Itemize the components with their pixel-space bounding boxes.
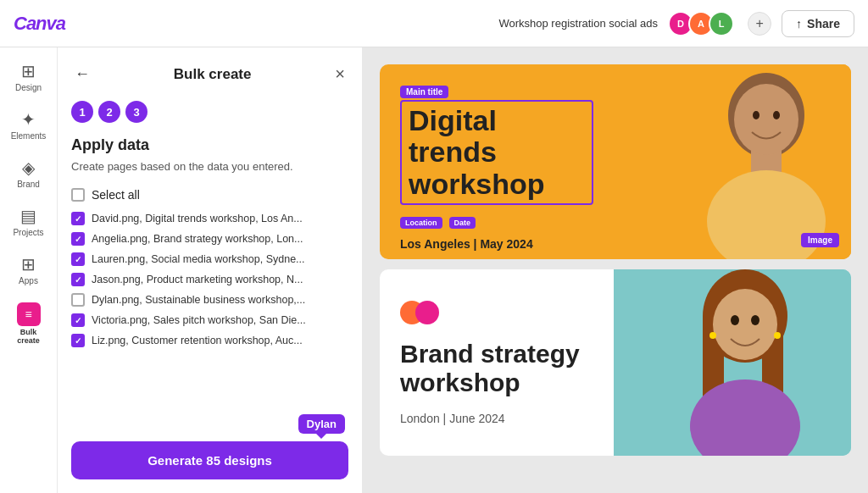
card2-content: Brand strategyworkshop London | June 202… xyxy=(380,269,614,456)
item-label-6: Liz.png, Customer retention workshop, Au… xyxy=(92,335,303,346)
dylan-tooltip: Dylan xyxy=(298,414,345,434)
list-item[interactable]: Liz.png, Customer retention workshop, Au… xyxy=(71,334,348,347)
data-list: David.png, Digital trends workshop, Los … xyxy=(71,212,348,429)
projects-icon: ▤ xyxy=(20,206,36,226)
design-card-1: Main title Digital trendsworkshop Locati… xyxy=(380,64,851,259)
svg-point-5 xyxy=(753,111,760,119)
card2-location: London | June 2024 xyxy=(400,412,593,425)
list-item[interactable]: Lauren.png, Social media workshop, Sydne… xyxy=(71,252,348,266)
apps-icon: ⊞ xyxy=(21,254,36,274)
card1-meta: Location Date xyxy=(400,217,593,229)
svg-point-12 xyxy=(731,315,739,325)
item-checkbox-0[interactable] xyxy=(71,212,85,225)
bulk-create-icon-box: ≡ xyxy=(17,302,41,326)
item-checkbox-3[interactable] xyxy=(71,273,85,286)
item-checkbox-4[interactable] xyxy=(71,293,85,307)
person-image-2 xyxy=(614,269,851,456)
canvas-area: Main title Digital trendsworkshop Locati… xyxy=(363,47,868,493)
elements-icon: ✦ xyxy=(21,109,36,130)
brand-logo xyxy=(400,301,593,324)
item-label-1: Angelia.png, Brand strategy workshop, Lo… xyxy=(92,233,303,245)
sidebar-item-brand[interactable]: ◈ Brand xyxy=(3,151,54,196)
step-1: 1 xyxy=(71,101,93,123)
sidebar-item-design[interactable]: ⊞ Design xyxy=(3,54,54,99)
sidebar-label-bulk-create: Bulkcreate xyxy=(17,328,40,345)
apply-data-desc: Create pages based on the data you enter… xyxy=(71,159,348,174)
select-all-row[interactable]: Select all xyxy=(71,186,348,203)
person-image-1 xyxy=(614,64,851,259)
panel-header: ← Bulk create × xyxy=(71,61,348,87)
project-title: Workshop registration social ads xyxy=(498,17,658,30)
generate-button[interactable]: Generate 85 designs xyxy=(71,441,348,479)
sidebar-item-elements[interactable]: ✦ Elements xyxy=(3,102,54,147)
logo-circle-2 xyxy=(415,301,439,324)
item-label-4: Dylan.png, Sustainable business workshop… xyxy=(92,294,305,306)
step-3: 3 xyxy=(125,101,147,123)
bulk-create-icon: ≡ xyxy=(25,307,31,321)
item-label-2: Lauren.png, Social media workshop, Sydne… xyxy=(92,253,305,265)
list-item[interactable]: Dylan.png, Sustainable business workshop… xyxy=(71,293,348,307)
sidebar-label-brand: Brand xyxy=(17,180,40,189)
sidebar-label-design: Design xyxy=(15,83,42,92)
sidebar-item-bulk-create[interactable]: ≡ Bulkcreate xyxy=(3,296,54,352)
panel-title: Bulk create xyxy=(174,66,252,83)
svg-point-13 xyxy=(751,315,760,325)
share-icon: ↑ xyxy=(796,17,802,30)
card2-title: Brand strategyworkshop xyxy=(400,340,593,398)
item-checkbox-1[interactable] xyxy=(71,232,85,246)
close-button[interactable]: × xyxy=(331,61,348,87)
item-label-5: Victoria.png, Sales pitch workshop, San … xyxy=(92,314,306,326)
list-item[interactable]: David.png, Digital trends workshop, Los … xyxy=(71,212,348,225)
svg-point-16 xyxy=(774,332,781,339)
sidebar-label-elements: Elements xyxy=(11,131,47,141)
back-button[interactable]: ← xyxy=(71,62,93,86)
avatar-group: D A L xyxy=(668,11,734,36)
svg-point-6 xyxy=(773,111,780,119)
svg-point-15 xyxy=(709,332,716,339)
card1-title-box[interactable]: Digital trendsworkshop xyxy=(400,100,593,205)
image-badge: Image xyxy=(801,233,839,247)
sidebar-label-apps: Apps xyxy=(19,276,38,285)
item-checkbox-2[interactable] xyxy=(71,252,85,266)
apply-data-title: Apply data xyxy=(71,136,348,154)
main-title-badge: Main title xyxy=(400,86,448,98)
list-item[interactable]: Angelia.png, Brand strategy workshop, Lo… xyxy=(71,232,348,246)
canva-logo: Canva xyxy=(14,13,65,35)
sidebar-label-projects: Projects xyxy=(13,228,43,237)
step-2: 2 xyxy=(98,101,120,123)
card2-image xyxy=(614,269,851,456)
steps-indicator: 1 2 3 xyxy=(71,101,348,123)
card1-title: Digital trendsworkshop xyxy=(409,105,585,200)
item-checkbox-6[interactable] xyxy=(71,334,85,347)
date-badge: Date xyxy=(449,217,476,229)
topbar: Canva Workshop registration social ads D… xyxy=(0,0,868,47)
share-label: Share xyxy=(807,17,840,30)
add-collaborator-button[interactable]: + xyxy=(748,12,771,36)
list-item[interactable]: Jason.png, Product marketing workshop, N… xyxy=(71,273,348,286)
list-item[interactable]: Victoria.png, Sales pitch workshop, San … xyxy=(71,313,348,327)
design-icon: ⊞ xyxy=(21,61,36,81)
sidebar-item-projects[interactable]: ▤ Projects xyxy=(3,199,54,244)
design-card-2: Brand strategyworkshop London | June 202… xyxy=(380,269,851,456)
icon-sidebar: ⊞ Design ✦ Elements ◈ Brand ▤ Projects ⊞… xyxy=(0,47,58,493)
card1-content: Main title Digital trendsworkshop Locati… xyxy=(380,64,614,259)
item-label-3: Jason.png, Product marketing workshop, N… xyxy=(92,274,303,285)
item-label-0: David.png, Digital trends workshop, Los … xyxy=(92,213,303,224)
avatar-3: L xyxy=(709,11,734,36)
brand-icon: ◈ xyxy=(22,158,35,178)
bulk-create-panel: ← Bulk create × 1 2 3 Apply data Create … xyxy=(58,47,363,493)
svg-point-11 xyxy=(713,289,777,360)
svg-point-4 xyxy=(734,84,798,155)
sidebar-item-apps[interactable]: ⊞ Apps xyxy=(3,247,54,292)
select-all-label: Select all xyxy=(92,188,140,202)
main-area: ⊞ Design ✦ Elements ◈ Brand ▤ Projects ⊞… xyxy=(0,47,868,493)
card1-image: Image xyxy=(614,64,851,259)
share-button[interactable]: ↑ Share xyxy=(782,10,854,37)
location-badge: Location xyxy=(400,217,442,229)
card1-location: Los Angeles | May 2024 xyxy=(400,237,593,251)
item-checkbox-5[interactable] xyxy=(71,313,85,327)
select-all-checkbox[interactable] xyxy=(71,188,85,202)
